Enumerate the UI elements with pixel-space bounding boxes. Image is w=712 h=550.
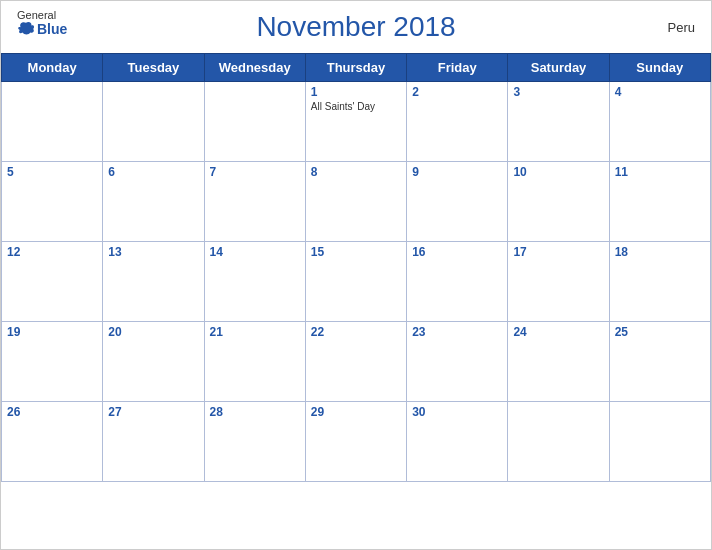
calendar-cell: 2 [407, 82, 508, 162]
calendar-cell: 9 [407, 162, 508, 242]
calendar-cell: 5 [2, 162, 103, 242]
day-number: 28 [210, 405, 300, 419]
calendar-cell: 11 [609, 162, 710, 242]
calendar-cell: 18 [609, 242, 710, 322]
calendar-cell: 14 [204, 242, 305, 322]
calendar-week-4: 2627282930 [2, 402, 711, 482]
day-number: 6 [108, 165, 198, 179]
day-number: 20 [108, 325, 198, 339]
logo: General Blue [17, 9, 67, 37]
calendar-cell: 24 [508, 322, 609, 402]
day-number: 13 [108, 245, 198, 259]
weekday-header-friday: Friday [407, 54, 508, 82]
calendar-week-2: 12131415161718 [2, 242, 711, 322]
day-number: 27 [108, 405, 198, 419]
calendar-cell [204, 82, 305, 162]
logo-blue-text: Blue [17, 21, 67, 37]
logo-bird-icon [17, 21, 35, 37]
calendar-cell: 7 [204, 162, 305, 242]
day-number: 24 [513, 325, 603, 339]
day-number: 14 [210, 245, 300, 259]
calendar-cell: 26 [2, 402, 103, 482]
calendar-week-1: 567891011 [2, 162, 711, 242]
day-number: 22 [311, 325, 401, 339]
day-number: 8 [311, 165, 401, 179]
calendar-header: General Blue November 2018 Peru [1, 1, 711, 53]
day-number: 5 [7, 165, 97, 179]
calendar-cell: 13 [103, 242, 204, 322]
day-number: 3 [513, 85, 603, 99]
day-number: 2 [412, 85, 502, 99]
calendar-cell: 12 [2, 242, 103, 322]
calendar: General Blue November 2018 Peru MondayTu… [0, 0, 712, 550]
logo-general-text: General [17, 9, 56, 21]
day-number: 18 [615, 245, 705, 259]
calendar-body: 1All Saints' Day234567891011121314151617… [2, 82, 711, 482]
calendar-cell: 27 [103, 402, 204, 482]
day-number: 16 [412, 245, 502, 259]
calendar-table: MondayTuesdayWednesdayThursdayFridaySatu… [1, 53, 711, 482]
day-number: 9 [412, 165, 502, 179]
calendar-cell: 22 [305, 322, 406, 402]
day-number: 17 [513, 245, 603, 259]
calendar-week-3: 19202122232425 [2, 322, 711, 402]
calendar-cell [2, 82, 103, 162]
day-number: 26 [7, 405, 97, 419]
calendar-cell: 21 [204, 322, 305, 402]
weekday-header-saturday: Saturday [508, 54, 609, 82]
calendar-cell: 15 [305, 242, 406, 322]
day-number: 12 [7, 245, 97, 259]
weekday-header-wednesday: Wednesday [204, 54, 305, 82]
calendar-cell: 23 [407, 322, 508, 402]
day-number: 23 [412, 325, 502, 339]
weekday-header-tuesday: Tuesday [103, 54, 204, 82]
calendar-cell: 19 [2, 322, 103, 402]
calendar-cell: 28 [204, 402, 305, 482]
calendar-cell: 10 [508, 162, 609, 242]
day-number: 4 [615, 85, 705, 99]
calendar-cell: 6 [103, 162, 204, 242]
weekday-header-thursday: Thursday [305, 54, 406, 82]
calendar-cell: 4 [609, 82, 710, 162]
calendar-week-0: 1All Saints' Day234 [2, 82, 711, 162]
day-number: 25 [615, 325, 705, 339]
day-number: 30 [412, 405, 502, 419]
weekday-header-sunday: Sunday [609, 54, 710, 82]
calendar-cell: 3 [508, 82, 609, 162]
calendar-cell: 25 [609, 322, 710, 402]
holiday-name: All Saints' Day [311, 101, 401, 112]
day-number: 19 [7, 325, 97, 339]
calendar-cell: 16 [407, 242, 508, 322]
day-number: 7 [210, 165, 300, 179]
calendar-cell [508, 402, 609, 482]
day-number: 1 [311, 85, 401, 99]
day-number: 21 [210, 325, 300, 339]
calendar-cell: 17 [508, 242, 609, 322]
day-number: 29 [311, 405, 401, 419]
weekday-header-monday: Monday [2, 54, 103, 82]
calendar-cell [103, 82, 204, 162]
calendar-cell: 30 [407, 402, 508, 482]
month-title: November 2018 [256, 11, 455, 43]
calendar-cell: 8 [305, 162, 406, 242]
calendar-cell: 29 [305, 402, 406, 482]
calendar-cell: 20 [103, 322, 204, 402]
day-number: 11 [615, 165, 705, 179]
day-number: 10 [513, 165, 603, 179]
day-number: 15 [311, 245, 401, 259]
calendar-cell [609, 402, 710, 482]
calendar-cell: 1All Saints' Day [305, 82, 406, 162]
country-label: Peru [668, 20, 695, 35]
weekday-header-row: MondayTuesdayWednesdayThursdayFridaySatu… [2, 54, 711, 82]
